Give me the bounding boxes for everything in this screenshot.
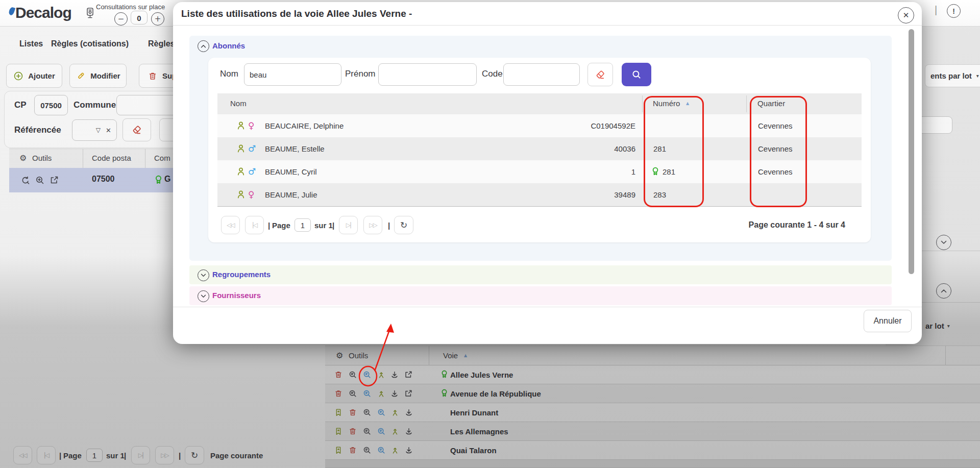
tab-regles-cotisations[interactable]: Règles (cotisations): [51, 39, 129, 48]
left-table-tools-header: Outils: [32, 154, 52, 162]
merge-arrow-icon[interactable]: [377, 389, 386, 398]
collapse-chevron-down-button[interactable]: [936, 235, 951, 250]
download-icon[interactable]: [404, 446, 413, 455]
search-eraser-button[interactable]: [587, 63, 613, 86]
next-page-button[interactable]: ▷|: [131, 446, 150, 464]
trash-icon[interactable]: [348, 427, 357, 436]
fournisseurs-expand-button[interactable]: [198, 290, 209, 302]
search-blue-icon[interactable]: [377, 408, 386, 417]
batch-actions-button[interactable]: ents par lot ▾: [925, 64, 980, 87]
external-link-icon[interactable]: [404, 389, 413, 398]
filter-eraser-button[interactable]: [122, 118, 151, 141]
regroupements-section[interactable]: Regroupements: [189, 265, 892, 284]
ajouter-button[interactable]: Ajouter: [6, 64, 62, 88]
fournisseurs-section[interactable]: Fournisseurs: [189, 286, 892, 305]
dropdown-icon[interactable]: ▽: [96, 127, 101, 134]
modal-refresh-button[interactable]: ↻: [394, 216, 413, 234]
external-link-icon[interactable]: [404, 370, 413, 379]
bookmark-plus-icon[interactable]: [334, 408, 343, 417]
zoom-in-icon[interactable]: [35, 175, 45, 185]
batch-link[interactable]: ar lot▾: [925, 322, 950, 330]
cp-input[interactable]: [34, 95, 68, 115]
collapse-chevron-up-button[interactable]: [936, 283, 951, 299]
search-blue-icon[interactable]: [377, 446, 386, 455]
modifier-label: Modifier: [90, 71, 120, 80]
scrollbar-thumb[interactable]: [909, 29, 914, 274]
left-table-col-com[interactable]: Com: [154, 154, 170, 162]
trash-icon[interactable]: [334, 370, 343, 379]
trash-icon[interactable]: [348, 446, 357, 455]
modifier-button[interactable]: Modifier: [69, 64, 127, 88]
search-detail-icon[interactable]: [362, 427, 372, 436]
merge-arrow-icon[interactable]: [390, 408, 400, 417]
voie-row[interactable]: Les Allemagnes: [325, 422, 980, 441]
counter-increment-button[interactable]: +: [151, 12, 164, 26]
abonne-row[interactable]: ♂ BEAUME, Cyril 1 281 Cevennes: [217, 160, 862, 184]
voies-voie-header[interactable]: Voie: [443, 351, 458, 360]
fournisseurs-label[interactable]: Fournisseurs: [212, 291, 261, 300]
modal-next-page-button[interactable]: ▷|: [339, 216, 358, 234]
abonnes-label[interactable]: Abonnés: [212, 41, 245, 50]
trash-icon[interactable]: [334, 389, 343, 398]
plus-circle-icon: [13, 71, 23, 81]
search-blue-icon[interactable]: [377, 427, 386, 436]
search-back-icon[interactable]: [20, 175, 31, 185]
code-input[interactable]: [503, 63, 580, 86]
abonne-row[interactable]: ♀ BEAUME, Julie 39489 283: [217, 183, 862, 207]
merge-arrow-icon[interactable]: [390, 446, 400, 455]
download-icon[interactable]: [404, 408, 413, 417]
download-icon[interactable]: [404, 427, 413, 436]
numero-header[interactable]: Numéro: [653, 99, 680, 108]
merge-arrow-icon[interactable]: [377, 370, 386, 379]
modal-prev-page-button[interactable]: |◁: [245, 216, 264, 234]
search-detail-icon[interactable]: [348, 389, 357, 398]
download-icon[interactable]: [390, 370, 399, 379]
pipe: |: [59, 451, 61, 460]
search-detail-icon[interactable]: [362, 446, 372, 455]
referencee-select[interactable]: ▽ ✕: [72, 119, 117, 141]
bookmark-plus-icon[interactable]: [334, 446, 343, 455]
modal-last-page-button[interactable]: ▷▷: [363, 216, 382, 234]
merge-arrow-icon[interactable]: [390, 427, 400, 436]
modal-close-button[interactable]: ✕: [898, 7, 914, 23]
page-input[interactable]: [86, 449, 103, 462]
first-page-button[interactable]: ◁◁: [13, 446, 32, 464]
left-table-col-code[interactable]: Code posta: [92, 154, 131, 162]
search-blue-icon[interactable]: [362, 389, 372, 398]
counter-value[interactable]: 0: [131, 11, 148, 24]
search-detail-icon[interactable]: [362, 408, 372, 417]
tab-regles[interactable]: Règles: [148, 39, 175, 48]
refresh-button[interactable]: ↻: [185, 446, 204, 464]
regroupements-expand-button[interactable]: [198, 269, 209, 281]
search-detail-icon[interactable]: [348, 370, 357, 379]
nom-input[interactable]: [244, 63, 341, 86]
regroupements-label[interactable]: Regroupements: [212, 270, 271, 279]
search-button[interactable]: [622, 63, 651, 86]
modal-first-page-button[interactable]: ◁◁: [221, 216, 240, 234]
voie-row[interactable]: Allee Jules Verne: [325, 365, 980, 384]
annuler-button[interactable]: Annuler: [864, 310, 912, 332]
ajouter-label: Ajouter: [28, 71, 55, 80]
external-link-icon[interactable]: [49, 175, 59, 185]
search-blue-icon[interactable]: [362, 370, 372, 379]
bookmark-plus-icon[interactable]: [334, 427, 343, 436]
voie-row[interactable]: Henri Dunant: [325, 403, 980, 422]
nom-header[interactable]: Nom: [230, 99, 247, 108]
tab-listes[interactable]: Listes: [19, 39, 43, 48]
abonne-row[interactable]: ♂ BEAUME, Estelle 40036 281 Cevennes: [217, 137, 862, 161]
abonne-row[interactable]: ♀ BEAUCAIRE, Delphine C01904592E Cevenne…: [217, 114, 862, 138]
prenom-input[interactable]: [378, 63, 477, 86]
abonnes-collapse-button[interactable]: [198, 40, 209, 52]
voie-row[interactable]: Quai Talaron: [325, 441, 980, 460]
quartier-header[interactable]: Quartier: [757, 99, 785, 108]
last-page-button[interactable]: ▷▷: [155, 446, 174, 464]
prev-page-button[interactable]: |◁: [37, 446, 56, 464]
clear-icon[interactable]: ✕: [106, 127, 111, 134]
trash-icon[interactable]: [348, 408, 357, 417]
modal-scrollbar[interactable]: [909, 27, 914, 338]
download-icon[interactable]: [390, 389, 399, 398]
voie-row[interactable]: Avenue de la République: [325, 384, 980, 403]
info-icon[interactable]: !: [947, 4, 961, 18]
counter-decrement-button[interactable]: −: [114, 12, 128, 26]
modal-page-input[interactable]: [295, 218, 311, 232]
